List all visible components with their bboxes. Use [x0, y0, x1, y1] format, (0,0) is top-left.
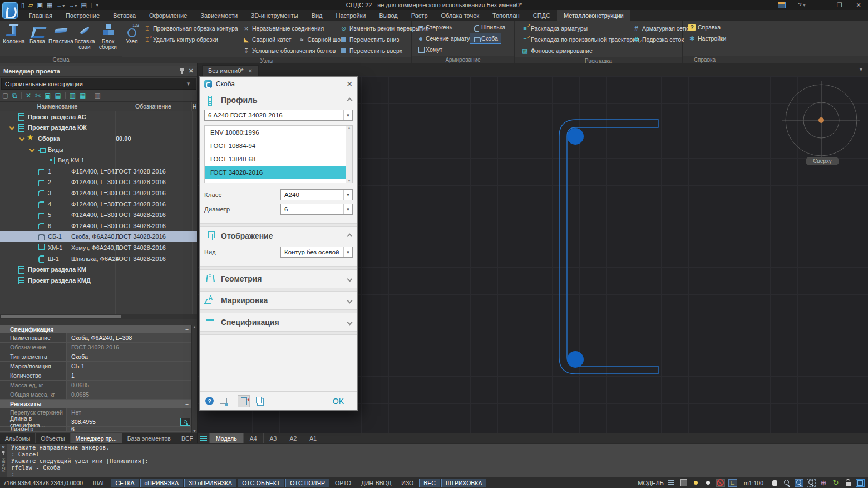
rebar-layout-button[interactable]: Раскладка арматуры [518, 23, 627, 34]
mode-toggle-button[interactable]: 3D оПРИВЯЗКА [184, 479, 236, 487]
delete-icon[interactable]: ✕ [26, 92, 31, 100]
geometry-section-header[interactable]: Геометрия [200, 270, 357, 288]
mode-toggle-button[interactable]: ОТС-ПОЛЯР [285, 479, 329, 487]
layout-tab[interactable]: A2 [283, 433, 303, 443]
redo-icon[interactable]: →▾ [68, 2, 77, 8]
mode-toggle-button[interactable]: ОТС-ОБЪЕКТ [238, 479, 284, 487]
diameter-select[interactable]: 6 ▼ [280, 204, 353, 215]
tree-expander-icon[interactable] [29, 234, 37, 239]
spec-row-value[interactable]: ГОСТ 34028-2016 [67, 343, 192, 352]
tree-expander-icon[interactable] [29, 256, 37, 262]
panel-tab[interactable]: Объекты [36, 433, 70, 443]
search-button[interactable] [180, 418, 190, 426]
tree-expander-icon[interactable] [29, 201, 37, 207]
ucs-icon[interactable]: ∟ [728, 479, 737, 487]
help-menu-button[interactable]: ? ▾ [792, 0, 811, 10]
rebar-section-button[interactable]: Сечение арматуры [414, 33, 470, 44]
project-type-select[interactable]: Строительные конструкции ▾ [1, 78, 196, 90]
column-header-name[interactable]: Наименование [0, 102, 115, 111]
assembly-block-button[interactable]: Блок сборки [96, 22, 120, 56]
zoom-icon[interactable] [782, 479, 791, 487]
tree-row[interactable]: ХМ-1 Хомут, Ф6А240, L ГОСТ 34028-2016 [0, 242, 197, 253]
dialog-close-icon[interactable]: ✕ [346, 80, 353, 88]
dialog-settings-icon[interactable] [218, 396, 228, 406]
standard-list-item[interactable]: ГОСТ 34028-2016 [205, 166, 346, 179]
requisites-section-header[interactable]: Реквизиты − [0, 400, 192, 408]
ribbon-tab[interactable]: Оформление [142, 10, 194, 21]
tree-expander-icon[interactable] [29, 190, 37, 196]
tree-expander-icon[interactable] [29, 179, 37, 185]
tree-expander-icon[interactable] [29, 223, 37, 229]
view-select[interactable]: Контур без осевой ▼ [280, 247, 353, 258]
tree-expander-icon[interactable] [9, 114, 17, 120]
tree-row[interactable]: 5 Ф12А400, L=300 ГОСТ 34028-2016 [0, 209, 197, 220]
ribbon-tab[interactable]: Облака точек [435, 10, 486, 21]
spec-row-value[interactable]: Скоба, Ф6А240, L=308 [67, 333, 192, 342]
pin-icon[interactable] [180, 68, 184, 74]
spec-section-header[interactable]: Спецификация − [0, 325, 192, 333]
app-logo[interactable] [2, 2, 18, 19]
ribbon-tab[interactable]: Вид [305, 10, 329, 21]
panel-tab[interactable]: База элементов [122, 433, 176, 443]
ribbon-tab[interactable]: Растр [405, 10, 435, 21]
tree-row[interactable]: 4 Ф12А400, L=300 ГОСТ 34028-2016 [0, 199, 197, 210]
bulb-icon[interactable] [704, 479, 713, 487]
save-all-icon[interactable]: ▦ [47, 2, 52, 9]
table-document-icon[interactable]: ▦ [80, 92, 86, 100]
highlight-bulb-icon[interactable] [692, 479, 701, 487]
spec-row[interactable]: Количество 1 [0, 371, 192, 381]
minimize-button[interactable]: — [811, 0, 830, 10]
pin-icon[interactable] [2, 451, 5, 455]
insert-pile-button[interactable]: Вставка сваи [73, 22, 96, 56]
pan-hand-icon[interactable] [770, 479, 779, 487]
standard-list-item[interactable]: ГОСТ 13840-68 [205, 152, 346, 166]
rebar-mesh-button[interactable]: Арматурная сетка [629, 23, 680, 34]
sheet-icon[interactable] [679, 479, 688, 487]
undo-icon[interactable]: ←▾ [56, 2, 65, 8]
tree-row[interactable]: Проект раздела КМ [0, 264, 197, 275]
ribbon-tab[interactable]: Главная [22, 10, 59, 21]
spec-row-value[interactable]: 6 [67, 427, 192, 431]
spec-row[interactable]: Общая масса, кг 0.0685 [0, 390, 192, 400]
mode-toggle-button[interactable]: ШАГ [88, 479, 110, 487]
copy-properties-icon[interactable] [254, 396, 264, 406]
spec-vertical-scrollbar[interactable]: ▲▼ [191, 325, 197, 433]
spec-row[interactable]: Длина в специфика... 308.4955 [0, 417, 192, 427]
tree-row[interactable]: Проект раздела КЖ [0, 122, 197, 134]
profile-section-header[interactable]: Профиль [200, 91, 357, 109]
fullscreen-icon[interactable] [856, 479, 865, 487]
layout-tab[interactable]: A3 [264, 433, 284, 443]
command-history[interactable]: Укажите направление анкеров. : Cancel Ук… [11, 444, 868, 477]
cut-icon[interactable]: ✄ [35, 92, 41, 100]
mesh-trim-button[interactable]: Подрезка сеток [629, 34, 680, 45]
copy-icon[interactable]: ▣ [45, 92, 51, 100]
column-button[interactable]: Колонна [2, 22, 26, 56]
mode-toggle-button[interactable]: СЕТКА [111, 479, 139, 487]
tree-row[interactable]: 2 Ф12А400, L=300 ГОСТ 34028-2016 [0, 177, 197, 188]
spec-row-value[interactable]: Нет [67, 408, 192, 417]
dialog-help-icon[interactable]: ? [205, 397, 214, 405]
edit-document-icon[interactable]: ▥ [70, 92, 76, 100]
print-icon[interactable]: ▤ [81, 2, 86, 9]
spec-row-value[interactable]: 0.0685 [67, 390, 192, 399]
spec-row[interactable]: Масса ед, кг 0.0685 [0, 381, 192, 390]
zoom-window-icon[interactable] [795, 479, 803, 487]
tree-row[interactable]: Ш-1 Шпилька, Ф6А24 ГОСТ 34028-2016 [0, 253, 197, 264]
close-button[interactable]: ✕ [849, 0, 868, 10]
scale-indicator[interactable]: m1:100 [741, 480, 767, 486]
stirrup-button[interactable]: Хомут [414, 44, 446, 55]
tree-row[interactable]: 1 Ф15А400, L=842 ГОСТ 34028-2016 [0, 166, 197, 177]
spec-row[interactable]: Наименование Скоба, Ф6А240, L=308 [0, 333, 192, 343]
tree-row[interactable]: Сборка 00.00 [0, 133, 197, 144]
arbitrary-contour-trim-button[interactable]: Произвольная обрезка контура [140, 23, 237, 34]
layout-along-path-button[interactable]: Раскладка по произвольной траектории [518, 34, 627, 45]
tree-row[interactable]: 6 Ф12А400, L=300 ГОСТ 34028-2016 [0, 220, 197, 231]
document-list-chevron-icon[interactable]: ▼ [859, 67, 864, 72]
class-select[interactable]: А240 ▼ [280, 189, 353, 200]
layout-tab[interactable]: A4 [244, 433, 264, 443]
layout-list-icon[interactable] [198, 433, 210, 443]
ribbon-tab[interactable]: Настройки [329, 10, 373, 21]
spec-row-value[interactable]: 308.4955 [67, 417, 192, 426]
mode-toggle-button[interactable]: ИЗО [397, 479, 418, 487]
layout-tab[interactable]: A1 [303, 433, 323, 443]
